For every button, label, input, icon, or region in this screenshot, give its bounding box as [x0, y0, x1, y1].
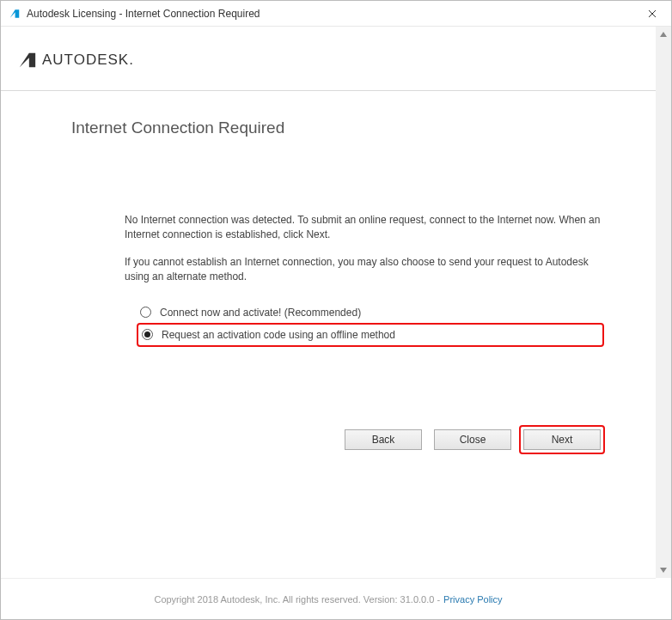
app-icon — [8, 7, 21, 21]
footer: Copyright 2018 Autodesk, Inc. All rights… — [1, 578, 656, 619]
scroll-up-icon[interactable] — [656, 27, 671, 42]
window-title: Autodesk Licensing - Internet Connection… — [27, 8, 260, 20]
radio-group: Connect now and activate! (Recommended) … — [1, 297, 656, 347]
radio-icon — [142, 329, 153, 340]
next-button-highlight: Next — [519, 425, 605, 454]
autodesk-logo-icon — [18, 51, 37, 70]
button-row: Back Close Next — [1, 347, 656, 450]
radio-icon — [140, 307, 151, 318]
radio-label: Connect now and activate! (Recommended) — [160, 307, 361, 319]
body-copy: No Internet connection was detected. To … — [1, 137, 656, 285]
radio-connect-now[interactable]: Connect now and activate! (Recommended) — [137, 302, 604, 323]
radio-label: Request an activation code using an offl… — [162, 329, 395, 341]
brand-logo: AUTODESK — [18, 51, 656, 70]
page-heading: Internet Connection Required — [1, 91, 656, 137]
back-button[interactable]: Back — [345, 429, 422, 450]
privacy-policy-link[interactable]: Privacy Policy — [443, 594, 502, 605]
scroll-down-icon[interactable] — [656, 562, 671, 578]
copyright-text: Copyright 2018 Autodesk, Inc. All rights… — [154, 594, 440, 605]
close-window-button[interactable] — [632, 1, 671, 27]
titlebar: Autodesk Licensing - Internet Connection… — [1, 1, 671, 27]
close-button[interactable]: Close — [434, 429, 511, 450]
scrollbar[interactable] — [656, 27, 671, 578]
content: AUTODESK Internet Connection Required No… — [1, 27, 656, 578]
next-button[interactable]: Next — [523, 429, 601, 450]
brand-name: AUTODESK — [42, 52, 134, 69]
radio-offline-method[interactable]: Request an activation code using an offl… — [137, 323, 604, 347]
brand-area: AUTODESK — [1, 27, 656, 90]
paragraph-1: No Internet connection was detected. To … — [125, 213, 604, 243]
paragraph-2: If you cannot establish an Internet conn… — [125, 255, 604, 285]
